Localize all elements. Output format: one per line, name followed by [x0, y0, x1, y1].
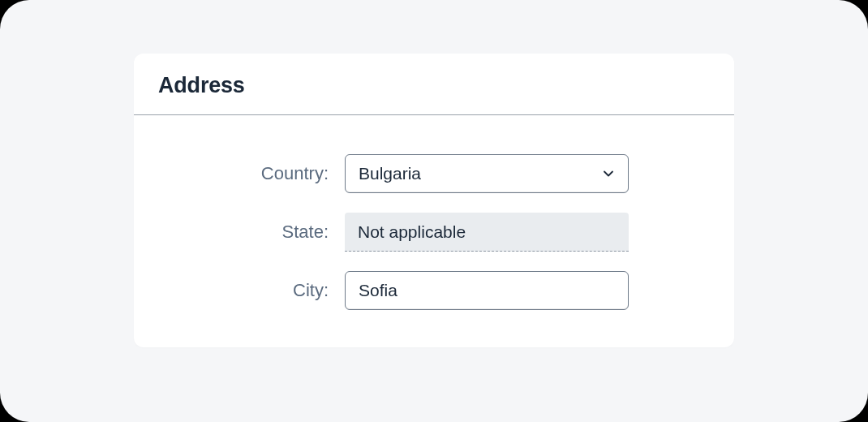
- city-input[interactable]: [345, 271, 629, 310]
- state-row: State: Not applicable: [158, 213, 710, 252]
- country-selected-value: Bulgaria: [359, 164, 421, 183]
- state-value: Not applicable: [358, 222, 466, 242]
- city-label: City:: [158, 280, 345, 301]
- form-body: Country: Bulgaria State:: [134, 115, 734, 310]
- state-disabled-field: Not applicable: [345, 213, 629, 252]
- state-control-wrap: Not applicable: [345, 213, 629, 252]
- country-control-wrap: Bulgaria: [345, 154, 629, 193]
- chevron-down-icon: [600, 166, 617, 182]
- country-label: Country:: [158, 163, 345, 184]
- country-select[interactable]: Bulgaria: [345, 154, 629, 193]
- city-row: City:: [158, 271, 710, 310]
- city-control-wrap: [345, 271, 629, 310]
- card-title: Address: [158, 73, 710, 98]
- card-header: Address: [134, 54, 734, 115]
- page-background: Address Country: Bulgaria: [0, 0, 868, 422]
- address-card: Address Country: Bulgaria: [134, 54, 734, 347]
- country-row: Country: Bulgaria: [158, 154, 710, 193]
- state-label: State:: [158, 222, 345, 243]
